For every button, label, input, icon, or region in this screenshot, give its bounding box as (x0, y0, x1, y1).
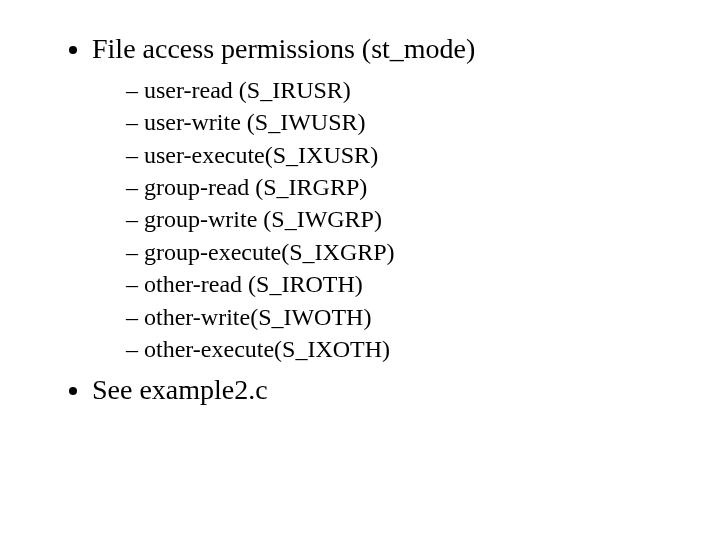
list-item: File access permissions (st_mode) user-r… (92, 30, 680, 365)
bullet-list-level1: File access permissions (st_mode) user-r… (60, 30, 680, 409)
bullet-list-level2: user-read (S_IRUSR) user-write (S_IWUSR)… (92, 74, 680, 366)
list-item: other-execute(S_IXOTH) (126, 333, 680, 365)
list-item: group-write (S_IWGRP) (126, 203, 680, 235)
list-item: group-read (S_IRGRP) (126, 171, 680, 203)
list-item: user-execute(S_IXUSR) (126, 139, 680, 171)
list-item: user-read (S_IRUSR) (126, 74, 680, 106)
list-item-text: File access permissions (st_mode) (92, 33, 475, 64)
list-item: See example2.c (92, 371, 680, 409)
list-item: group-execute(S_IXGRP) (126, 236, 680, 268)
list-item: other-read (S_IROTH) (126, 268, 680, 300)
slide: File access permissions (st_mode) user-r… (0, 0, 720, 540)
list-item: other-write(S_IWOTH) (126, 301, 680, 333)
list-item: user-write (S_IWUSR) (126, 106, 680, 138)
